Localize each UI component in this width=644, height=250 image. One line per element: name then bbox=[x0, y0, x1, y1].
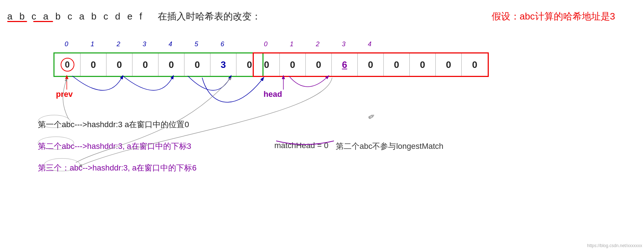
red-cell-0: 0 bbox=[254, 53, 280, 76]
green-idx-5: 5 bbox=[183, 40, 209, 48]
green-idx-6: 6 bbox=[209, 40, 235, 48]
underline-ab-2 bbox=[33, 21, 53, 22]
prev-label: prev bbox=[56, 90, 73, 99]
red-cell-1: 0 bbox=[280, 53, 306, 76]
green-cell-6: 3 bbox=[210, 53, 236, 76]
red-cell-3: 6 bbox=[332, 53, 358, 76]
red-cell-8: 0 bbox=[462, 53, 488, 76]
red-cell-7: 0 bbox=[436, 53, 462, 76]
green-idx-2: 2 bbox=[105, 40, 131, 48]
assumption-text: 假设：abc计算的哈希地址是3 bbox=[492, 10, 615, 23]
underline-ab-1 bbox=[7, 21, 27, 22]
top-label: 在插入时哈希表的改变： bbox=[158, 10, 261, 23]
red-indices: 0 1 2 3 4 bbox=[253, 40, 383, 48]
desc-line-1: 第一个abc--->hashddr:3 a在窗口中的位置0 bbox=[38, 119, 189, 130]
green-cell-4: 0 bbox=[158, 53, 184, 76]
pencil-icon: ✏ bbox=[366, 111, 377, 122]
canvas: a b c a b c a b c d e f 在插入时哈希表的改变： 假设：a… bbox=[0, 0, 644, 250]
green-cell-3: 0 bbox=[132, 53, 158, 76]
green-cell-0-value: 0 bbox=[61, 58, 74, 72]
green-indices: 0 1 2 3 4 5 6 bbox=[53, 40, 235, 48]
green-idx-3: 3 bbox=[131, 40, 157, 48]
desc-line-3: 第三个：abc-->hashddr:3, a在窗口中的下标6 bbox=[38, 163, 197, 173]
red-idx-2: 2 bbox=[305, 40, 331, 48]
red-cell-5: 0 bbox=[384, 53, 410, 76]
red-cell-2: 0 bbox=[306, 53, 332, 76]
match-head-label: matchHead = 0 bbox=[274, 141, 328, 150]
watermark: https://blog.csdn.net/xxxxxxx bbox=[587, 243, 642, 248]
green-array: 0 0 0 0 0 0 3 0 bbox=[53, 52, 264, 77]
green-idx-1: 1 bbox=[79, 40, 105, 48]
green-cell-5: 0 bbox=[184, 53, 210, 76]
red-cell-6: 0 bbox=[410, 53, 436, 76]
red-idx-3: 3 bbox=[331, 40, 357, 48]
top-chars: a b c a b c a b c d e f bbox=[7, 11, 144, 22]
red-array: 0 0 0 6 0 0 0 0 0 bbox=[253, 52, 489, 77]
red-idx-0: 0 bbox=[253, 40, 279, 48]
green-cell-0: 0 bbox=[55, 53, 80, 76]
red-cell-4: 0 bbox=[358, 53, 384, 76]
head-label: head bbox=[264, 90, 282, 99]
desc-line-2: 第二个abc--->hashddr:3, a在窗口中的下标3 bbox=[38, 141, 191, 152]
red-idx-1: 1 bbox=[279, 40, 305, 48]
no-longest-label: 第二个abc不参与longestMatch bbox=[336, 141, 443, 152]
red-idx-4: 4 bbox=[357, 40, 383, 48]
green-idx-4: 4 bbox=[157, 40, 183, 48]
green-cell-1: 0 bbox=[80, 53, 106, 76]
green-idx-0: 0 bbox=[53, 40, 79, 48]
green-cell-2: 0 bbox=[106, 53, 132, 76]
